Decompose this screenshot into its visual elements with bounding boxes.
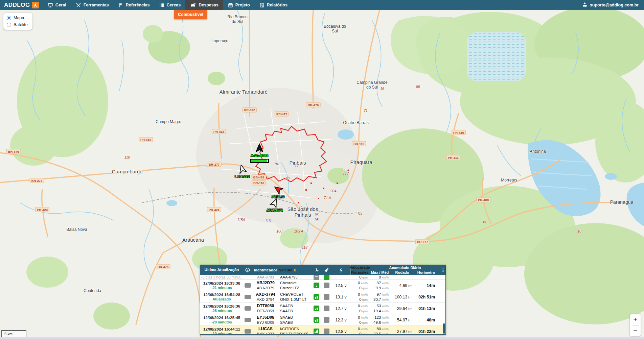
road-shield-br-277-5: BR-277 (207, 162, 222, 167)
satellite-icon (321, 265, 331, 275)
road-shield-br-116-12: BR-116 (352, 141, 366, 146)
vehicle-marker-abj2d79[interactable] (270, 198, 280, 209)
route-number-9: 71 A (324, 196, 331, 200)
gps-status-badge (324, 275, 329, 280)
city-label-araucária: Araucária (182, 237, 204, 243)
scale-label: 5 km (4, 332, 13, 336)
vehicle-row-eyj6d08[interactable]: 12/08/2024 16:25:45-29 minutosEYJ6D08EYJ… (200, 314, 445, 326)
vehicle-row-abj2d79[interactable]: 12/08/2024 16:33:38-21 minutosABJ2D79ABJ… (200, 280, 445, 291)
vehicle-row-axd-3794[interactable]: 12/08/2024 16:54:28AtualizadoAXD-3794AXD… (200, 291, 445, 303)
road-shield-pr-411-14: PR-411 (446, 155, 460, 160)
city-label-antonina: Antonina (530, 149, 546, 154)
city-label-campo-largo: Campo Largo (112, 169, 143, 174)
vehicle-marker-paulo[interactable] (273, 184, 283, 196)
map-type-option-satelite[interactable]: Satélite (7, 22, 28, 27)
city-label-rio-branco-do-sul: Rio Brancodo Sul (227, 15, 247, 24)
cell-last-update: 12/08/2024 16:33:38-21 minutos (200, 281, 243, 290)
route-number-11: 98 (315, 218, 319, 222)
route-number-10: 96 (315, 213, 319, 217)
table-scrollbar-thumb[interactable] (443, 323, 445, 334)
map-type-option-mapa[interactable]: Mapa (7, 16, 28, 20)
radio-mapa-icon[interactable] (7, 16, 11, 20)
vehicle-marker-aaa-6793[interactable] (254, 143, 264, 154)
road-shield-pr-092-7: PR-092 (243, 107, 257, 113)
vehicle-marker-lucas3[interactable] (237, 164, 247, 175)
menu-item-combustivel[interactable]: Combustível (174, 10, 207, 19)
cell-max-avg: 123km/h49.6km/h (369, 315, 390, 325)
calendar-icon (228, 3, 233, 8)
vehicle-chip-icon (245, 329, 251, 334)
cell-signal-status (311, 306, 321, 311)
radio-satelite-icon[interactable] (7, 23, 11, 27)
nav-item-ferramentas[interactable]: Ferramentas (71, 0, 114, 10)
cell-gps-status (321, 294, 331, 300)
table-menu-button[interactable]: ⋮ (441, 265, 445, 275)
road-shield-br-277-16: BR-277 (415, 239, 430, 244)
cell-voltage: 13.1 v (331, 295, 350, 299)
gps-status-badge (324, 283, 329, 288)
road-shield-pr-410-13: PR-410 (452, 130, 466, 135)
road-shield-br-476-9: BR-476 (306, 102, 321, 107)
cell-identifier: DTT8050DTT-8059 (252, 304, 279, 313)
vehicle-progress-bar-aaa-6793 (250, 159, 269, 163)
nav-item-referencias[interactable]: Referências (114, 0, 155, 10)
route-number-19: 16 (380, 87, 384, 91)
nav-spacer (292, 0, 576, 10)
header-hourmeter[interactable]: Horímetro (414, 270, 438, 274)
steering-wheel-icon (243, 265, 252, 275)
city-label-bocaiúva-do-sul: Bocaiúva doSul (324, 24, 346, 34)
nav-item-cercas[interactable]: Cercas (155, 0, 186, 10)
cell-voltage: 12.8 v (331, 329, 350, 334)
cell-gps-status (321, 317, 331, 323)
cell-vehicle: CHEVROLETONIX 1.0MT LT (279, 292, 311, 301)
header-speed-rotations[interactable]: Velocidade Rotações (350, 265, 369, 275)
signal-icon (311, 265, 321, 275)
header-identifier[interactable]: Identificador (252, 265, 279, 275)
cell-hourmeter: 02h 51m (413, 295, 438, 299)
zoom-out-button[interactable]: − (630, 325, 641, 336)
nav-item-label-projeto: Projeto (235, 3, 250, 7)
monitor-icon (48, 3, 53, 8)
header-vehicle[interactable]: Veículo 8 (279, 265, 311, 275)
cell-last-update: -5 dias 3 horas 30 minut... (200, 275, 243, 280)
cell-voltage: 12.5 v (331, 283, 350, 288)
report-icon (259, 3, 264, 8)
header-max-avg[interactable]: Máx / Méd (369, 270, 390, 274)
cell-gps-status (321, 329, 331, 334)
zoom-in-button[interactable]: + (630, 314, 641, 325)
vehicle-label-lucas3: LUCAS3 (235, 174, 250, 178)
nav-item-label-despesas: Despesas (199, 3, 218, 7)
vehicle-table-body: -5 dias 3 horas 30 minut...AAA-6793AAA-6… (200, 275, 445, 334)
nav-item-label-geral: Geral (55, 3, 66, 7)
cell-max-avg: 97km/h30.7km/h (369, 292, 390, 302)
cell-max-avg: 80km/h20.5km/h (369, 326, 390, 334)
city-label-paranaguá: Paranaguá (610, 199, 634, 205)
cell-signal-status (311, 283, 321, 288)
header-daily-group-title: Acumulado Diário (369, 265, 441, 270)
cell-hourmeter: 01h 22m (413, 329, 438, 334)
brand[interactable]: ADDLOG (0, 0, 43, 10)
vehicle-row-dtt8050[interactable]: 12/08/2024 16:26:36-28 minutosDTT8050DTT… (200, 303, 445, 314)
cell-identifier: AAA-6793 (252, 275, 279, 280)
nav-item-label-referencias: Referências (126, 3, 150, 7)
nav-item-projeto[interactable]: Projeto (223, 0, 255, 10)
map-scale-bar: 5 km (1, 330, 26, 337)
route-number-6: 63 (358, 211, 362, 215)
cell-driven: 29.64km (390, 306, 413, 311)
nav-item-geral[interactable]: Geral (43, 0, 71, 10)
vehicle-row-aaa-6793[interactable]: -5 dias 3 horas 30 minut...AAA-6793AAA-6… (200, 275, 445, 280)
header-last-update[interactable]: Última Atualização (200, 265, 243, 275)
user-account[interactable]: suporte@addlog.com.br (576, 0, 644, 10)
nav-item-despesas[interactable]: $Despesas (185, 0, 223, 10)
vehicle-chip-icon (245, 283, 251, 288)
app-root: Rio Brancodo SulBocaiúva doSulItaperuçuA… (0, 0, 644, 339)
svg-text:$: $ (194, 3, 195, 4)
nav-item-relatorios[interactable]: Relatórios (255, 0, 292, 10)
header-driven[interactable]: Rodado (390, 270, 414, 274)
cell-gps-status (321, 275, 331, 280)
cell-identifier: AXD-3794AXD-3794 (252, 292, 279, 302)
vehicle-row-lucas[interactable]: 12/08/2024 16:44:11-10 minutosLUCASKYY-4… (200, 326, 445, 334)
cell-voltage: 12.3 v (331, 318, 350, 322)
road-shield-br-116-11: BR-116 (252, 180, 266, 186)
top-navbar: ADDLOG GeralFerramentasReferênciasCercas… (0, 0, 644, 10)
